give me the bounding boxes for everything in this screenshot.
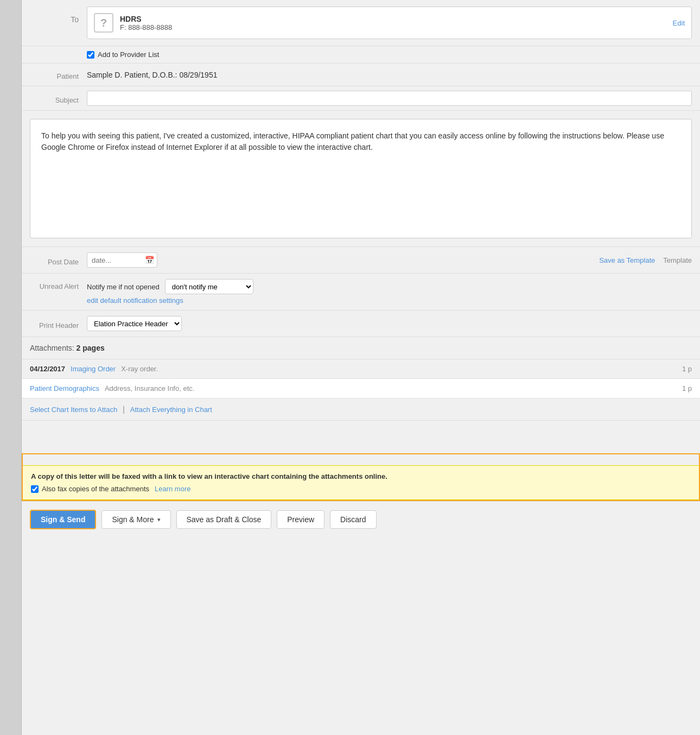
notify-controls: Notify me if not opened don't notify me …: [87, 279, 692, 294]
subject-row: Subject: [22, 86, 700, 111]
discard-button[interactable]: Discard: [330, 510, 376, 529]
notice-checkbox-row: Also fax copies of the attachments Learn…: [31, 485, 691, 493]
add-to-provider-label[interactable]: Add to Provider List: [87, 50, 692, 59]
attachment-row: Patient Demographics Address, Insurance …: [22, 379, 700, 398]
edit-link[interactable]: Edit: [673, 19, 685, 27]
attach-everything-link[interactable]: Attach Everything in Chart: [130, 405, 212, 414]
recipient-fax: F: 888-888-8888: [120, 23, 172, 31]
recipient-details: HDRS F: 888-888-8888: [120, 15, 172, 31]
recipient-info: ? HDRS F: 888-888-8888: [94, 13, 172, 33]
template-text: Template: [663, 256, 692, 264]
print-header-label: Print Header: [30, 318, 79, 330]
attachment-left: Patient Demographics Address, Insurance …: [30, 384, 194, 392]
print-header-row: Print Header Elation Practice Header No …: [22, 311, 700, 337]
attachments-title: Attachments: 2 pages: [30, 344, 105, 352]
attachment-pages: 1 p: [682, 384, 692, 392]
attachment-row: 04/12/2017 Imaging Order X-ray order. 1 …: [22, 359, 700, 379]
spacer-area: [22, 421, 700, 453]
attachment-left: 04/12/2017 Imaging Order X-ray order.: [30, 365, 158, 373]
save-as-template-link[interactable]: Save as Template: [599, 256, 655, 264]
fax-copies-label: Also fax copies of the attachments: [42, 485, 149, 493]
subject-input[interactable]: [87, 91, 692, 106]
edit-notification-link[interactable]: edit default notification settings: [87, 296, 692, 305]
left-sidebar: [0, 0, 22, 735]
notice-outer: A copy of this letter will be faxed with…: [22, 453, 700, 501]
patient-label: Patient: [30, 69, 79, 80]
post-date-label: Post Date: [30, 255, 79, 266]
provider-row: Add to Provider List: [22, 46, 700, 64]
patient-value: Sample D. Patient, D.O.B.: 08/29/1951: [87, 71, 217, 79]
content-area: To ? HDRS F: 888-888-8888 Edit: [22, 0, 700, 537]
sign-more-button[interactable]: Sign & More ▾: [101, 510, 170, 529]
post-date-row: Post Date 📅 Save as Template Template: [22, 246, 700, 274]
date-input-wrap: 📅: [87, 252, 157, 268]
to-label: To: [30, 7, 79, 24]
action-buttons: Sign & Send Sign & More ▾ Save as Draft …: [22, 501, 700, 537]
chart-items-row: Select Chart Items to Attach | Attach Ev…: [22, 398, 700, 421]
attachment-type-link[interactable]: Imaging Order: [71, 365, 116, 373]
attachment-type-link[interactable]: Patient Demographics: [30, 384, 99, 392]
recipient-name: HDRS: [120, 15, 172, 23]
save-draft-button[interactable]: Save as Draft & Close: [176, 510, 272, 529]
print-header-select[interactable]: Elation Practice Header No Header Custom…: [87, 316, 182, 331]
learn-more-link[interactable]: Learn more: [155, 485, 190, 493]
attachment-pages: 1 p: [682, 365, 692, 373]
chart-links: Select Chart Items to Attach | Attach Ev…: [30, 405, 692, 414]
notify-label: Notify me if not opened: [87, 283, 160, 291]
notify-select[interactable]: don't notify me notify me after 1 day no…: [165, 279, 253, 294]
recipient-box: ? HDRS F: 888-888-8888 Edit: [87, 7, 692, 39]
notice-text: A copy of this letter will be faxed with…: [31, 472, 691, 480]
sign-send-button[interactable]: Sign & Send: [30, 510, 96, 529]
select-chart-items-link[interactable]: Select Chart Items to Attach: [30, 405, 117, 414]
main-container: To ? HDRS F: 888-888-8888 Edit: [0, 0, 700, 735]
post-date-left: Post Date 📅: [30, 252, 157, 268]
subject-label: Subject: [30, 93, 79, 104]
chevron-down-icon: ▾: [157, 516, 161, 523]
attachment-desc: Address, Insurance Info, etc.: [105, 384, 194, 392]
avatar: ?: [94, 13, 113, 33]
unread-alert-row: Unread Alert Notify me if not opened don…: [22, 274, 700, 311]
post-date-right: Save as Template Template: [599, 256, 692, 264]
attachment-desc: X-ray order.: [121, 365, 158, 373]
to-row: To ? HDRS F: 888-888-8888 Edit: [22, 0, 700, 46]
notice-banner: A copy of this letter will be faxed with…: [23, 465, 699, 500]
unread-alert-label: Unread Alert: [30, 279, 79, 290]
patient-row: Patient Sample D. Patient, D.O.B.: 08/29…: [22, 64, 700, 86]
preview-button[interactable]: Preview: [277, 510, 324, 529]
attachment-date: 04/12/2017: [30, 365, 65, 373]
fax-copies-checkbox[interactable]: [31, 485, 39, 493]
attachments-header: Attachments: 2 pages: [22, 337, 700, 359]
message-area[interactable]: To help you with seeing this patient, I'…: [30, 119, 692, 238]
unread-alert-content: Notify me if not opened don't notify me …: [87, 279, 692, 305]
chart-divider: |: [123, 405, 125, 414]
add-to-provider-checkbox[interactable]: [87, 51, 94, 59]
date-input[interactable]: [87, 252, 157, 268]
message-text: To help you with seeing this patient, I'…: [41, 130, 680, 153]
